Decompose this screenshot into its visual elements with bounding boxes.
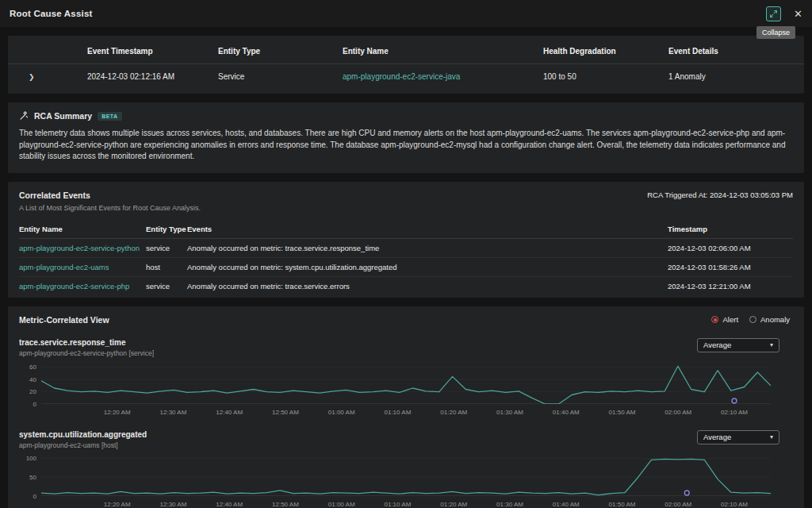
radio-unselected-icon <box>749 316 756 323</box>
beta-badge: BETA <box>98 112 122 121</box>
timestamp-cell: 2024-12-03 01:58:26 AM <box>668 263 793 271</box>
aggregation-value: Average <box>703 433 731 441</box>
correlated-table-header: Entity Name Entity Type Events Timestamp <box>19 220 793 239</box>
rca-summary-text: The telemetry data shows multiple issues… <box>19 128 793 163</box>
col-entity-name: Entity Name <box>19 225 146 233</box>
col-entity-name: Entity Name <box>343 47 543 56</box>
table-row: apm-playground-ec2-service-php service A… <box>19 277 793 296</box>
alert-radio-label: Alert <box>722 315 738 324</box>
metric-correlated-view-card: Metric-Correlated View Alert Anomaly tra… <box>8 306 804 508</box>
entity-name-link[interactable]: apm-playground-ec2-service-java <box>343 72 460 81</box>
chart-title: system.cpu.utilization.aggregated <box>19 430 147 439</box>
correlated-events-card: Correlated Events A List of Most Signifi… <box>8 182 804 298</box>
col-entity-type: Entity Type <box>146 225 187 233</box>
aggregation-select[interactable]: Average ▾ <box>697 338 779 352</box>
row-expand-chevron[interactable]: ❯ <box>8 73 35 81</box>
event-details-value: 1 Anomaly <box>668 72 804 81</box>
col-events: Events <box>187 225 668 233</box>
chart-plot-area[interactable] <box>41 364 771 404</box>
rca-tools-icon <box>19 111 29 121</box>
entity-type-cell: service <box>146 282 187 291</box>
rca-summary-title: RCA Summary <box>34 111 92 121</box>
timestamp-cell: 2024-12-03 12:21:00 AM <box>668 282 793 291</box>
col-timestamp: Timestamp <box>668 225 793 233</box>
chevron-down-icon: ▾ <box>770 433 773 441</box>
rca-triggered-at: RCA Triggered At: 2024-12-03 03:05:03 PM <box>647 190 793 199</box>
view-mode-radio-group: Alert Anomaly <box>711 315 793 324</box>
radio-selected-icon <box>711 316 718 323</box>
event-cell: Anomaly occurred on metric: system.cpu.u… <box>187 263 668 271</box>
page-title: Root Cause Assist <box>10 9 93 18</box>
x-axis-labels: 12:20 AM12:30 AM12:40 AM12:50 AM01:00 AM… <box>41 496 771 508</box>
chart-response-time: trace.service.response_time apm-playgrou… <box>19 338 793 417</box>
event-timestamp-value: 2024-12-03 02:12:16 AM <box>87 72 218 81</box>
correlated-events-subtitle: A List of Most Significant Events for Ro… <box>19 204 201 212</box>
health-degradation-value: 100 to 50 <box>543 72 668 81</box>
expand-icon <box>769 10 778 18</box>
chart-subtitle: apm-playground-ec2-service-python [servi… <box>19 349 154 357</box>
table-row: apm-playground-ec2-service-python servic… <box>19 239 793 258</box>
col-event-timestamp: Event Timestamp <box>87 47 218 56</box>
entity-type-cell: service <box>146 244 187 252</box>
timestamp-cell: 2024-12-03 02:06:00 AM <box>668 244 793 252</box>
aggregation-value: Average <box>703 341 731 349</box>
alert-radio[interactable]: Alert <box>711 315 738 324</box>
dialog-header: Root Cause Assist ✕ <box>0 0 812 27</box>
collapse-tooltip: Collapse <box>756 26 795 39</box>
col-health-degradation: Health Degradation <box>543 47 668 56</box>
close-button[interactable]: ✕ <box>794 9 802 19</box>
chart-subtitle: apm-playground-ec2-uams [host] <box>19 441 147 449</box>
col-entity-type: Entity Type <box>218 47 343 56</box>
anomaly-radio[interactable]: Anomaly <box>749 315 790 324</box>
entity-name-link[interactable]: apm-playground-ec2-service-php <box>19 282 129 291</box>
col-event-details: Event Details <box>668 47 804 56</box>
correlated-events-table: Entity Name Entity Type Events Timestamp… <box>19 220 793 296</box>
table-row: apm-playground-ec2-uams host Anomaly occ… <box>19 258 793 277</box>
aggregation-select[interactable]: Average ▾ <box>697 430 779 444</box>
event-cell: Anomaly occurred on metric: trace.servic… <box>187 244 668 252</box>
y-axis-labels: 0204060 <box>19 364 41 404</box>
entity-type-value: Service <box>218 72 343 81</box>
expand-button[interactable] <box>766 6 781 21</box>
correlated-events-title: Correlated Events <box>19 190 201 200</box>
event-table-row: ❯ 2024-12-03 02:12:16 AM Service apm-pla… <box>8 64 804 89</box>
y-axis-labels: 050100 <box>19 456 41 496</box>
entity-name-link[interactable]: apm-playground-ec2-uams <box>19 263 109 271</box>
metric-view-title: Metric-Correlated View <box>19 315 109 325</box>
event-summary-card: Event Timestamp Entity Type Entity Name … <box>8 36 804 94</box>
event-cell: Anomaly occurred on metric: trace.servic… <box>187 282 668 291</box>
event-table-header: Event Timestamp Entity Type Entity Name … <box>8 39 804 64</box>
rca-summary-card: RCA Summary BETA The telemetry data show… <box>8 102 804 173</box>
anomaly-radio-label: Anomaly <box>760 315 790 324</box>
x-axis-labels: 12:20 AM12:30 AM12:40 AM12:50 AM01:00 AM… <box>41 404 771 417</box>
chart-title: trace.service.response_time <box>19 338 154 347</box>
chart-cpu-utilization: system.cpu.utilization.aggregated apm-pl… <box>19 430 793 508</box>
chevron-down-icon: ▾ <box>770 341 773 348</box>
entity-name-link[interactable]: apm-playground-ec2-service-python <box>19 244 140 252</box>
chart-plot-area[interactable] <box>41 456 771 496</box>
entity-type-cell: host <box>146 263 187 271</box>
